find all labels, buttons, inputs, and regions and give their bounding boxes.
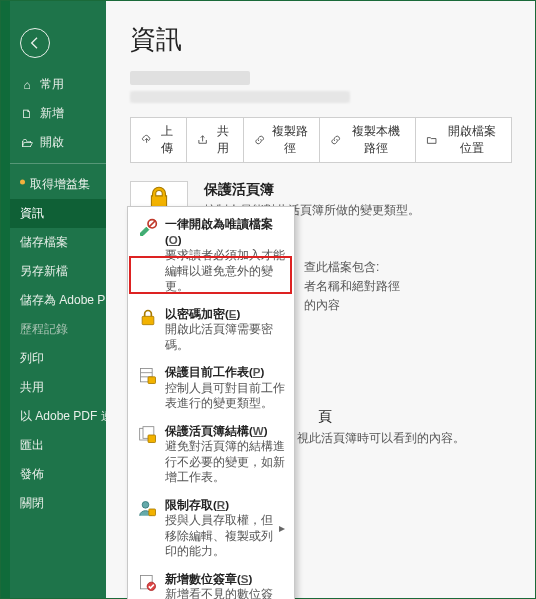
signature-icon (137, 572, 159, 599)
menu-item-title: 以密碼加密(E) (165, 307, 285, 323)
svg-rect-11 (149, 509, 156, 516)
sidebar-item-publish[interactable]: 發佈 (10, 460, 106, 489)
copy-path-button[interactable]: 複製路徑 (244, 117, 320, 163)
sidebar-item-label: 發佈 (20, 466, 44, 483)
open-file-location-button[interactable]: 開啟檔案位置 (416, 117, 512, 163)
menu-item-title: 保護活頁簿結構(W) (165, 424, 285, 440)
info-text: 查此檔案包含: (304, 258, 400, 277)
menu-item-desc: 開啟此活頁簿需要密碼。 (165, 323, 273, 351)
folder-icon (426, 133, 437, 147)
link-icon (330, 133, 341, 147)
info-text: 者名稱和絕對路徑 (304, 277, 400, 296)
sidebar-separator (10, 163, 106, 164)
readonly-icon (137, 217, 159, 295)
home-icon: ⌂ (20, 78, 34, 92)
sidebar-item-label: 儲存檔案 (20, 234, 68, 251)
arrow-left-icon (27, 35, 43, 51)
protect-workbook-menu: 一律開啟為唯讀檔案(O)要求讀者必須加入才能編輯以避免意外的變更。 以密碼加密(… (127, 206, 295, 599)
button-label: 複製本機路徑 (346, 123, 405, 157)
green-rail (0, 0, 10, 599)
backstage-sidebar: ⌂ 常用 🗋 新增 🗁 開啟 取得增益集 資訊 儲存檔案 另存新檔 儲存為 Ad… (10, 0, 106, 599)
page-title: 資訊 (130, 22, 512, 57)
menu-item-title: 新增數位簽章(S) (165, 572, 285, 588)
sidebar-item-label: 資訊 (20, 205, 44, 222)
sheet-lock-icon (137, 365, 159, 412)
link-icon (254, 133, 265, 147)
menu-item-protect-structure[interactable]: 保護活頁簿結構(W)避免對活頁簿的結構進行不必要的變更，如新增工作表。 (128, 418, 294, 492)
sidebar-item-label: 另存新檔 (20, 263, 68, 280)
button-label: 開啟檔案位置 (442, 123, 501, 157)
menu-item-title: 限制存取(R) (165, 498, 273, 514)
sidebar-item-share[interactable]: 共用 (10, 373, 106, 402)
copy-local-path-button[interactable]: 複製本機路徑 (320, 117, 416, 163)
menu-item-title: 保護目前工作表(P) (165, 365, 285, 381)
sidebar-item-label: 取得增益集 (30, 176, 90, 193)
inspect-info-partial: 查此檔案包含: 者名稱和絕對路徑 的內容 (304, 258, 400, 316)
menu-item-desc: 要求讀者必須加入才能編輯以避免意外的變更。 (165, 249, 285, 292)
share-button[interactable]: 共用 (187, 117, 243, 163)
lock-key-icon (137, 307, 159, 354)
document-icon: 🗋 (20, 107, 34, 121)
svg-line-1 (149, 221, 156, 228)
svg-rect-9 (148, 435, 156, 443)
sidebar-item-info[interactable]: 資訊 (10, 199, 106, 228)
sidebar-item-label: 開啟 (40, 134, 64, 151)
menu-item-readonly[interactable]: 一律開啟為唯讀檔案(O)要求讀者必須加入才能編輯以避免意外的變更。 (128, 211, 294, 301)
section-desc-partial: 視此活頁簿時可以看到的內容。 (297, 430, 465, 447)
sidebar-item-close[interactable]: 關閉 (10, 489, 106, 518)
menu-item-desc: 授與人員存取權，但移除編輯、複製或列印的能力。 (165, 514, 273, 557)
document-path-redacted (130, 91, 350, 103)
sidebar-item-new[interactable]: 🗋 新增 (10, 99, 106, 128)
upload-button[interactable]: 上傳 (130, 117, 187, 163)
restrict-icon (137, 498, 159, 560)
menu-item-restrict-access[interactable]: 限制存取(R)授與人員存取權，但移除編輯、複製或列印的能力。 ▸ (128, 492, 294, 566)
sidebar-item-adobe-share[interactable]: 以 Adobe PDF 連結分享 (10, 402, 106, 431)
sidebar-item-label: 歷程記錄 (20, 321, 68, 338)
button-label: 共用 (214, 123, 233, 157)
sidebar-item-label: 新增 (40, 105, 64, 122)
menu-item-desc: 新增看不見的數位簽章，以確保活頁簿的完整性。 (165, 588, 285, 599)
protect-heading: 保護活頁簿 (204, 181, 420, 199)
menu-item-title: 一律開啟為唯讀檔案(O) (165, 217, 285, 248)
back-button[interactable] (20, 28, 50, 58)
section-heading-partial: 頁 (318, 408, 332, 426)
menu-item-protect-sheet[interactable]: 保護目前工作表(P)控制人員可對目前工作表進行的變更類型。 (128, 359, 294, 418)
document-title-redacted (130, 71, 250, 85)
menu-item-encrypt-password[interactable]: 以密碼加密(E)開啟此活頁簿需要密碼。 (128, 301, 294, 360)
svg-point-10 (142, 501, 149, 508)
sidebar-item-print[interactable]: 列印 (10, 344, 106, 373)
menu-item-desc: 避免對活頁簿的結構進行不必要的變更，如新增工作表。 (165, 440, 285, 483)
sidebar-item-addins[interactable]: 取得增益集 (10, 170, 106, 199)
sidebar-item-save-adobe-pdf[interactable]: 儲存為 Adobe PDF (10, 286, 106, 315)
svg-rect-2 (142, 316, 154, 324)
button-label: 複製路徑 (270, 123, 309, 157)
sidebar-item-history: 歷程記錄 (10, 315, 106, 344)
sidebar-item-label: 匯出 (20, 437, 44, 454)
action-bar: 上傳 共用 複製路徑 複製本機路徑 開啟檔案位置 (130, 117, 512, 163)
share-icon (197, 133, 208, 147)
upload-icon (141, 133, 152, 147)
menu-item-desc: 控制人員可對目前工作表進行的變更類型。 (165, 382, 285, 410)
info-text: 的內容 (304, 296, 400, 315)
sidebar-item-export[interactable]: 匯出 (10, 431, 106, 460)
chevron-right-icon: ▸ (279, 521, 285, 537)
sidebar-item-label: 關閉 (20, 495, 44, 512)
folder-open-icon: 🗁 (20, 136, 34, 150)
menu-item-digital-signature[interactable]: 新增數位簽章(S)新增看不見的數位簽章，以確保活頁簿的完整性。 (128, 566, 294, 599)
sidebar-item-save[interactable]: 儲存檔案 (10, 228, 106, 257)
sidebar-item-home[interactable]: ⌂ 常用 (10, 70, 106, 99)
sidebar-item-saveas[interactable]: 另存新檔 (10, 257, 106, 286)
workbook-lock-icon (137, 424, 159, 486)
sidebar-item-label: 常用 (40, 76, 64, 93)
sidebar-item-label: 共用 (20, 379, 44, 396)
svg-rect-6 (148, 377, 156, 384)
sidebar-item-open[interactable]: 🗁 開啟 (10, 128, 106, 157)
button-label: 上傳 (157, 123, 176, 157)
sidebar-item-label: 列印 (20, 350, 44, 367)
